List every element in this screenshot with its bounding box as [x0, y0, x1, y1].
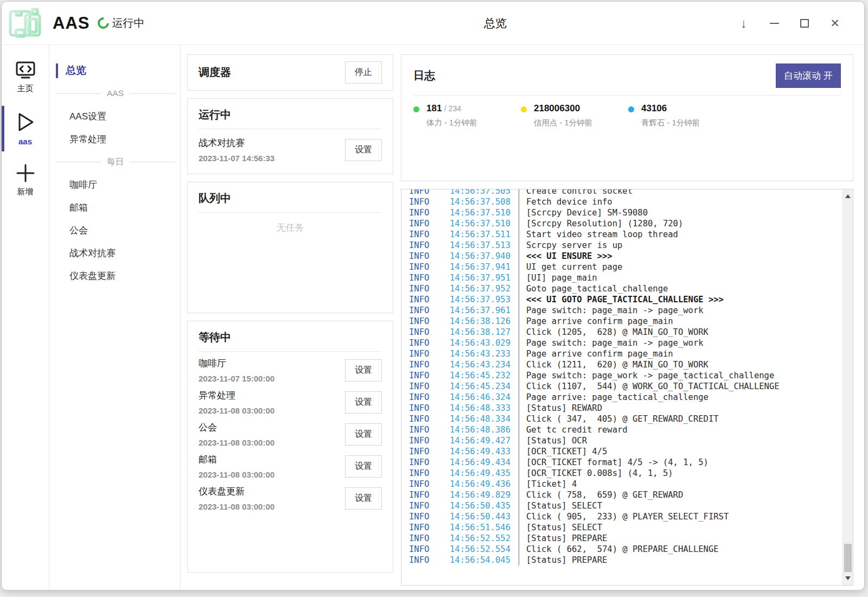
log-line: INFO 14:56:45.234 Click (1107, 544) @ WO… — [409, 381, 838, 392]
log-message: [Status] OCR — [519, 435, 587, 446]
settings-button[interactable]: 设置 — [345, 359, 382, 382]
nav-item-overview[interactable]: 总览 — [49, 59, 180, 82]
log-scrollbar[interactable] — [843, 189, 853, 585]
log-line: INFO 14:56:37.940 <<< UI ENSURE >>> — [409, 251, 838, 262]
nav-item[interactable]: 仪表盘更新 — [49, 264, 180, 287]
log-line: INFO 14:56:37.510 [Scrcpy Resolution] (1… — [409, 218, 838, 229]
rail-item-label: 新增 — [17, 187, 34, 197]
log-level: INFO — [409, 533, 450, 544]
stat-credits: 218006300 信用点 - 1分钟前 — [521, 103, 628, 128]
log-level: INFO — [409, 500, 450, 511]
divider — [199, 129, 382, 129]
log-message: [Status] REWARD — [519, 403, 602, 414]
nav-item-label: 战术对抗赛 — [69, 247, 116, 259]
log-message: <<< UI ENSURE >>> — [519, 251, 612, 262]
log-level: INFO — [409, 316, 450, 327]
settings-button[interactable]: 设置 — [345, 391, 382, 414]
task-time: 2023-11-08 03:00:00 — [199, 406, 275, 415]
log-level: INFO — [409, 262, 450, 272]
scroll-down-icon[interactable] — [845, 576, 851, 580]
log-message: Page switch: page_main -> page_work — [519, 305, 704, 316]
log-timestamp: 14:56:49.427 — [450, 435, 519, 446]
log-timestamp: 14:56:49.829 — [450, 490, 519, 500]
rail-item-label: 主页 — [17, 84, 34, 94]
log-message: Click (1211, 620) @ MAIN_GO_TO_WORK — [519, 359, 709, 370]
download-icon[interactable]: ↓ — [737, 17, 750, 30]
log-level: INFO — [409, 196, 450, 207]
log-message: [Ticket] 4 — [519, 479, 577, 490]
log-level: INFO — [409, 338, 450, 348]
log-line: INFO 14:56:37.505 Create control socket — [409, 189, 838, 196]
nav-item-label: 邮箱 — [69, 201, 88, 214]
nav-item[interactable]: 异常处理 — [49, 128, 180, 150]
scheduler-title: 调度器 — [199, 65, 231, 80]
settings-button[interactable]: 设置 — [345, 455, 382, 478]
blue-dot-icon — [628, 106, 634, 112]
task-name: 咖啡厅 — [199, 357, 275, 370]
log-timestamp: 14:56:49.436 — [450, 479, 519, 490]
stat-suffix: / 234 — [444, 104, 461, 113]
rail-item-new[interactable]: 新增 — [2, 161, 49, 199]
log-line: INFO 14:56:37.952 Goto page_tactical_cha… — [409, 283, 838, 294]
nav-item-label: 咖啡厅 — [69, 179, 97, 191]
log-timestamp: 14:56:37.510 — [450, 207, 519, 218]
nav-item[interactable]: 咖啡厅 — [49, 173, 180, 196]
log-message: Page switch: page_main -> page_work — [519, 338, 704, 348]
maximize-icon[interactable] — [798, 17, 811, 30]
log-timestamp: 14:56:49.434 — [450, 457, 519, 468]
app-logo-icon — [7, 7, 43, 40]
rail-item-aas[interactable]: aas — [2, 109, 49, 148]
log-timestamp: 14:56:45.234 — [450, 381, 519, 392]
nav-item[interactable]: 邮箱 — [49, 196, 180, 219]
autoscroll-toggle-button[interactable]: 自动滚动 开 — [776, 63, 841, 88]
log-level: INFO — [409, 479, 450, 490]
resource-stats: 181 / 234 体力 - 1分钟前 218006300 信用点 - 1分钟前 — [413, 103, 841, 128]
log-message: Click ( 662, 574) @ PREPARE_CHALLENGE — [519, 544, 719, 555]
log-timestamp: 14:56:38.126 — [450, 316, 519, 327]
log-level: INFO — [409, 403, 450, 414]
log-timestamp: 14:56:48.333 — [450, 403, 519, 414]
log-line: INFO 14:56:43.233 Page arrive confirm pa… — [409, 348, 838, 359]
log-level: INFO — [409, 511, 450, 522]
log-level: INFO — [409, 283, 450, 294]
log-message: Page arrive confirm page_main — [519, 316, 673, 327]
close-icon[interactable]: ✕ — [828, 17, 841, 30]
nav-item[interactable]: AAS设置 — [49, 105, 180, 128]
log-line: INFO 14:56:50.435 [Status] SELECT — [409, 500, 838, 511]
log-line: INFO 14:56:48.334 Click ( 347, 405) @ GE… — [409, 414, 838, 424]
log-timestamp: 14:56:52.554 — [450, 544, 519, 555]
scrollbar-thumb[interactable] — [844, 544, 852, 572]
rail-item-home[interactable]: 主页 — [2, 58, 49, 96]
task-name: 仪表盘更新 — [199, 485, 275, 498]
log-message: Goto page_tactical_challenge — [519, 283, 668, 294]
task-name: 异常处理 — [199, 389, 275, 402]
waiting-title: 等待中 — [199, 330, 382, 345]
log-level: INFO — [409, 381, 450, 392]
log-timestamp: 14:56:45.232 — [450, 370, 519, 381]
log-message: [Status] PREPARE — [519, 555, 607, 566]
log-title: 日志 — [413, 68, 435, 83]
settings-button[interactable]: 设置 — [345, 423, 382, 446]
log-timestamp: 14:56:37.511 — [450, 229, 519, 240]
log-line: INFO 14:56:43.234 Click (1211, 620) @ MA… — [409, 359, 838, 370]
nav-item[interactable]: 公会 — [49, 219, 180, 242]
log-level: INFO — [409, 555, 450, 566]
nav-section-title: AAS — [107, 88, 124, 98]
stop-button[interactable]: 停止 — [345, 61, 382, 84]
running-card: 运行中 战术对抗赛 2023-11-07 14:56:33 设置 — [187, 98, 393, 174]
settings-button[interactable]: 设置 — [345, 139, 382, 161]
scroll-up-icon[interactable] — [845, 194, 851, 198]
nav-item-label: 总览 — [66, 63, 86, 78]
log-message: Page switch: page_work -> page_tactical_… — [519, 370, 774, 381]
stat-gems: 43106 青辉石 - 1分钟前 — [628, 103, 736, 128]
log-line: INFO 14:56:49.829 Click ( 758, 659) @ GE… — [409, 490, 838, 500]
log-message: [Scrcpy Resolution] (1280, 720) — [519, 218, 683, 229]
settings-button[interactable]: 设置 — [345, 487, 382, 510]
queue-empty-label: 无任务 — [199, 221, 382, 234]
log-message: [Scrcpy Device] SM-S9080 — [519, 207, 648, 218]
log-timestamp: 14:56:48.386 — [450, 424, 519, 435]
running-title: 运行中 — [199, 107, 382, 122]
nav-item[interactable]: 战术对抗赛 — [49, 242, 180, 264]
nav-section-divider: 每日 — [49, 150, 180, 173]
minimize-icon[interactable] — [768, 17, 781, 30]
